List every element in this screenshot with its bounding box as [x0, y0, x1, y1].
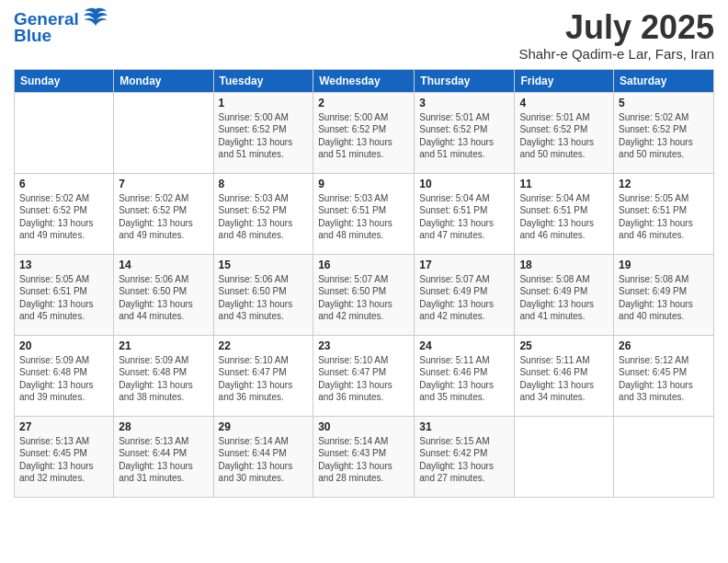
day-number: 3: [419, 97, 509, 109]
day-info: Sunrise: 5:08 AM Sunset: 6:49 PM Dayligh…: [519, 273, 609, 323]
day-cell: 7Sunrise: 5:02 AM Sunset: 6:52 PM Daylig…: [114, 173, 213, 254]
day-cell: 9Sunrise: 5:03 AM Sunset: 6:51 PM Daylig…: [313, 173, 415, 254]
day-cell: 13Sunrise: 5:05 AM Sunset: 6:51 PM Dayli…: [15, 254, 114, 335]
day-cell: 23Sunrise: 5:10 AM Sunset: 6:47 PM Dayli…: [313, 335, 415, 416]
day-number: 23: [318, 339, 409, 352]
day-cell: 11Sunrise: 5:04 AM Sunset: 6:51 PM Dayli…: [515, 173, 614, 254]
title-block: July 2025 Shahr-e Qadim-e Lar, Fars, Ira…: [518, 9, 714, 62]
day-number: 30: [318, 420, 409, 433]
day-cell: 5Sunrise: 5:02 AM Sunset: 6:52 PM Daylig…: [614, 92, 714, 173]
day-cell: 3Sunrise: 5:01 AM Sunset: 6:52 PM Daylig…: [415, 92, 515, 173]
day-cell: 4Sunrise: 5:01 AM Sunset: 6:52 PM Daylig…: [515, 92, 614, 173]
day-info: Sunrise: 5:10 AM Sunset: 6:47 PM Dayligh…: [219, 354, 309, 404]
weekday-monday: Monday: [114, 69, 213, 92]
week-row-5: 27Sunrise: 5:13 AM Sunset: 6:45 PM Dayli…: [15, 416, 714, 497]
day-info: Sunrise: 5:02 AM Sunset: 6:52 PM Dayligh…: [119, 192, 208, 242]
day-info: Sunrise: 5:04 AM Sunset: 6:51 PM Dayligh…: [419, 192, 509, 242]
day-info: Sunrise: 5:07 AM Sunset: 6:49 PM Dayligh…: [419, 273, 509, 323]
day-cell: 12Sunrise: 5:05 AM Sunset: 6:51 PM Dayli…: [614, 173, 714, 254]
day-cell: 20Sunrise: 5:09 AM Sunset: 6:48 PM Dayli…: [15, 335, 114, 416]
weekday-thursday: Thursday: [415, 69, 515, 92]
day-cell: 8Sunrise: 5:03 AM Sunset: 6:52 PM Daylig…: [213, 173, 313, 254]
day-info: Sunrise: 5:01 AM Sunset: 6:52 PM Dayligh…: [419, 111, 509, 161]
day-number: 28: [119, 420, 208, 433]
day-number: 7: [119, 178, 208, 190]
logo-bird-icon: [83, 7, 108, 28]
week-row-4: 20Sunrise: 5:09 AM Sunset: 6:48 PM Dayli…: [15, 335, 714, 416]
day-number: 2: [318, 97, 409, 109]
day-cell: [15, 92, 114, 173]
day-number: 11: [519, 178, 609, 190]
day-cell: 14Sunrise: 5:06 AM Sunset: 6:50 PM Dayli…: [114, 254, 213, 335]
header: General Blue July 2025 Shahr-e Qadim-e L…: [14, 9, 714, 62]
day-number: 25: [519, 339, 609, 352]
day-number: 19: [619, 259, 709, 271]
day-info: Sunrise: 5:04 AM Sunset: 6:51 PM Dayligh…: [519, 192, 609, 242]
day-cell: 18Sunrise: 5:08 AM Sunset: 6:49 PM Dayli…: [515, 254, 614, 335]
day-info: Sunrise: 5:13 AM Sunset: 6:45 PM Dayligh…: [19, 435, 108, 485]
day-cell: 27Sunrise: 5:13 AM Sunset: 6:45 PM Dayli…: [15, 416, 114, 497]
weekday-wednesday: Wednesday: [313, 69, 415, 92]
day-info: Sunrise: 5:13 AM Sunset: 6:44 PM Dayligh…: [119, 435, 208, 485]
day-cell: 31Sunrise: 5:15 AM Sunset: 6:42 PM Dayli…: [415, 416, 515, 497]
day-info: Sunrise: 5:14 AM Sunset: 6:43 PM Dayligh…: [318, 435, 409, 485]
day-cell: 28Sunrise: 5:13 AM Sunset: 6:44 PM Dayli…: [114, 416, 213, 497]
day-number: 29: [219, 420, 309, 433]
day-info: Sunrise: 5:08 AM Sunset: 6:49 PM Dayligh…: [619, 273, 709, 323]
day-info: Sunrise: 5:09 AM Sunset: 6:48 PM Dayligh…: [19, 354, 108, 404]
day-cell: [614, 416, 714, 497]
day-info: Sunrise: 5:05 AM Sunset: 6:51 PM Dayligh…: [619, 192, 709, 242]
day-cell: 17Sunrise: 5:07 AM Sunset: 6:49 PM Dayli…: [415, 254, 515, 335]
day-info: Sunrise: 5:00 AM Sunset: 6:52 PM Dayligh…: [318, 111, 409, 161]
calendar-table: SundayMondayTuesdayWednesdayThursdayFrid…: [14, 69, 714, 498]
day-cell: 21Sunrise: 5:09 AM Sunset: 6:48 PM Dayli…: [114, 335, 213, 416]
day-cell: 1Sunrise: 5:00 AM Sunset: 6:52 PM Daylig…: [213, 92, 313, 173]
day-number: 13: [19, 259, 108, 271]
day-number: 22: [219, 339, 309, 352]
day-number: 15: [219, 259, 309, 271]
page: General Blue July 2025 Shahr-e Qadim-e L…: [0, 0, 728, 563]
week-row-3: 13Sunrise: 5:05 AM Sunset: 6:51 PM Dayli…: [15, 254, 714, 335]
month-title: July 2025: [518, 9, 714, 46]
day-cell: 6Sunrise: 5:02 AM Sunset: 6:52 PM Daylig…: [15, 173, 114, 254]
week-row-2: 6Sunrise: 5:02 AM Sunset: 6:52 PM Daylig…: [15, 173, 714, 254]
day-cell: 26Sunrise: 5:12 AM Sunset: 6:45 PM Dayli…: [614, 335, 714, 416]
day-number: 14: [119, 259, 208, 271]
day-number: 31: [419, 420, 509, 433]
day-info: Sunrise: 5:15 AM Sunset: 6:42 PM Dayligh…: [419, 435, 509, 485]
day-info: Sunrise: 5:11 AM Sunset: 6:46 PM Dayligh…: [419, 354, 509, 404]
day-cell: 30Sunrise: 5:14 AM Sunset: 6:43 PM Dayli…: [313, 416, 415, 497]
day-number: 8: [219, 178, 309, 190]
day-number: 24: [419, 339, 509, 352]
day-info: Sunrise: 5:06 AM Sunset: 6:50 PM Dayligh…: [219, 273, 309, 323]
day-info: Sunrise: 5:03 AM Sunset: 6:52 PM Dayligh…: [219, 192, 309, 242]
day-cell: [114, 92, 213, 173]
day-cell: 15Sunrise: 5:06 AM Sunset: 6:50 PM Dayli…: [213, 254, 313, 335]
day-number: 5: [619, 97, 709, 109]
day-cell: 16Sunrise: 5:07 AM Sunset: 6:50 PM Dayli…: [313, 254, 415, 335]
day-number: 18: [519, 259, 609, 271]
day-cell: 24Sunrise: 5:11 AM Sunset: 6:46 PM Dayli…: [415, 335, 515, 416]
day-info: Sunrise: 5:02 AM Sunset: 6:52 PM Dayligh…: [19, 192, 108, 242]
weekday-tuesday: Tuesday: [213, 69, 313, 92]
day-number: 26: [619, 339, 709, 352]
day-number: 17: [419, 259, 509, 271]
day-cell: [515, 416, 614, 497]
logo: General Blue: [14, 9, 108, 46]
day-info: Sunrise: 5:14 AM Sunset: 6:44 PM Dayligh…: [219, 435, 309, 485]
weekday-header-row: SundayMondayTuesdayWednesdayThursdayFrid…: [15, 69, 714, 92]
weekday-sunday: Sunday: [15, 69, 114, 92]
day-info: Sunrise: 5:10 AM Sunset: 6:47 PM Dayligh…: [318, 354, 409, 404]
day-info: Sunrise: 5:03 AM Sunset: 6:51 PM Dayligh…: [318, 192, 409, 242]
location: Shahr-e Qadim-e Lar, Fars, Iran: [518, 46, 714, 62]
day-info: Sunrise: 5:12 AM Sunset: 6:45 PM Dayligh…: [619, 354, 709, 404]
day-info: Sunrise: 5:02 AM Sunset: 6:52 PM Dayligh…: [619, 111, 709, 161]
day-number: 9: [318, 178, 409, 190]
day-info: Sunrise: 5:05 AM Sunset: 6:51 PM Dayligh…: [19, 273, 108, 323]
day-number: 20: [19, 339, 108, 352]
day-info: Sunrise: 5:00 AM Sunset: 6:52 PM Dayligh…: [219, 111, 309, 161]
logo-blue: Blue: [14, 26, 51, 46]
day-number: 27: [19, 420, 108, 433]
weekday-friday: Friday: [515, 69, 614, 92]
day-number: 21: [119, 339, 208, 352]
